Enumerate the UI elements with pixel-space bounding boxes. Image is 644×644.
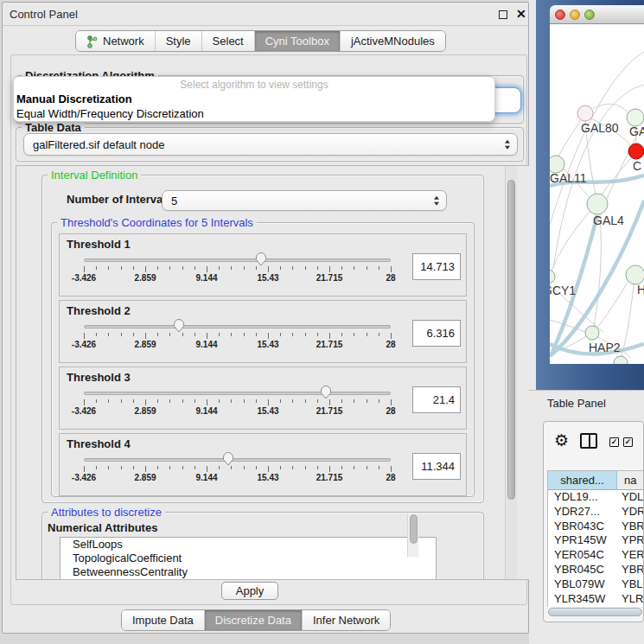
tab-infer-network-label: Infer Network	[313, 614, 379, 627]
slider-track[interactable]	[84, 325, 391, 328]
control-panel-tabbar: Network Style Select Cyni Toolbox jActiv…	[75, 30, 446, 52]
table-row[interactable]: YDR27...YDR2	[548, 505, 644, 520]
select-all-checkbox-icon[interactable]: ✓	[609, 437, 619, 447]
threshold-value-field[interactable]: 14.713	[412, 253, 461, 280]
slider-track[interactable]	[84, 258, 391, 262]
table-cell[interactable]: YBL0	[617, 577, 644, 592]
table-cell[interactable]: YBR045C	[548, 563, 617, 577]
popup-option-manual-discretization[interactable]: Manual Discretization	[16, 92, 132, 105]
table-cell[interactable]: YDL19...	[548, 490, 617, 505]
attribute-list-item[interactable]: TopologicalCoefficient	[61, 552, 436, 565]
table-row[interactable]: YLR345WYLR3	[548, 592, 644, 607]
slider-track[interactable]	[84, 458, 391, 462]
network-node[interactable]	[587, 194, 608, 214]
table-row[interactable]: YIL052CYIL0	[548, 606, 644, 607]
table-cell[interactable]: YDR2	[617, 505, 644, 520]
tab-cyni-toolbox-label: Cyni Toolbox	[265, 35, 329, 48]
slider-thumb[interactable]	[320, 385, 332, 399]
column-header-name[interactable]: na	[617, 471, 644, 489]
threshold-label: Threshold 3	[67, 371, 131, 384]
slider-track[interactable]	[84, 392, 391, 395]
network-node[interactable]	[585, 326, 599, 340]
table-data-combobox[interactable]: galFiltered.sif default node	[23, 133, 518, 156]
table-row[interactable]: YBL079WYBL0	[548, 577, 644, 592]
slider-tick-labels: -3.4262.8599.14415.4321.71528	[84, 273, 392, 284]
table-row[interactable]: YER054CYER0	[548, 548, 644, 563]
tab-network[interactable]: Network	[76, 31, 155, 51]
network-node[interactable]	[626, 265, 644, 284]
tab-jactivemnodules[interactable]: jActiveMNodules	[340, 31, 445, 51]
table-cell[interactable]: YER0	[617, 548, 644, 563]
table-horizontal-scrollbar[interactable]	[548, 608, 642, 616]
slider-thumb[interactable]	[222, 451, 234, 466]
network-node-label: GA	[629, 124, 644, 138]
attributes-list-scrollbar[interactable]	[407, 513, 418, 557]
tab-infer-network[interactable]: Infer Network	[302, 610, 390, 630]
slider-thumb[interactable]	[173, 318, 185, 333]
network-node[interactable]	[550, 270, 555, 284]
tab-discretize-data-label: Discretize Data	[215, 614, 291, 627]
numerical-attributes-list[interactable]: SelfLoopsTopologicalCoefficientBetweenne…	[60, 537, 437, 580]
close-traffic-light-icon[interactable]	[555, 10, 565, 20]
network-window-titlebar	[550, 5, 644, 24]
table-row[interactable]: YPR145WYPR1	[548, 533, 644, 548]
popup-hint-item[interactable]: Select algorithm to view settings	[14, 79, 494, 91]
table-cell[interactable]: YIL052C	[548, 606, 617, 607]
number-of-intervals-combobox[interactable]: 5	[162, 190, 447, 211]
table-cell[interactable]: YER054C	[548, 548, 617, 563]
tab-impute-data[interactable]: Impute Data	[122, 610, 204, 630]
table-cell[interactable]: YBR043C	[548, 520, 617, 534]
panel-scrollbar-thumb[interactable]	[507, 180, 515, 500]
tab-style[interactable]: Style	[155, 31, 201, 51]
numerical-attributes-label: Numerical Attributes	[48, 521, 157, 534]
tab-discretize-data[interactable]: Discretize Data	[204, 610, 302, 630]
network-canvas[interactable]: GAL80GACGAL11GAL4GCY1HHAP2	[550, 24, 644, 364]
panel-scrollbar[interactable]	[505, 166, 517, 579]
float-window-icon[interactable]	[499, 10, 507, 19]
threshold-panel: Threshold 1-3.4262.8599.14415.4321.71528…	[59, 233, 467, 296]
table-cell[interactable]: YLR3	[617, 592, 644, 607]
attributes-scrollbar-thumb[interactable]	[410, 514, 418, 544]
number-of-intervals-value: 5	[171, 194, 177, 207]
table-cell[interactable]: YLR345W	[548, 592, 617, 607]
slider-thumb[interactable]	[255, 252, 267, 266]
attribute-list-item[interactable]: BetweennessCentrality	[61, 565, 436, 579]
table-row[interactable]: YDL19...YDL1	[548, 490, 644, 505]
tab-select[interactable]: Select	[201, 31, 254, 51]
zoom-traffic-light-icon[interactable]	[584, 10, 595, 20]
popup-option-equal-width-frequency[interactable]: Equal Width/Frequency Discretization	[16, 107, 204, 120]
thresholds-group-label: Threshold's Coordinates for 5 Intervals	[57, 216, 257, 229]
unselect-all-checkbox-icon[interactable]: ✓	[623, 437, 633, 447]
tab-network-label: Network	[103, 35, 144, 48]
network-node[interactable]	[614, 356, 628, 364]
threshold-value-field[interactable]: 21.4	[412, 386, 461, 413]
table-cell[interactable]: YPR145W	[548, 533, 617, 548]
network-node[interactable]	[550, 156, 564, 173]
tab-cyni-toolbox[interactable]: Cyni Toolbox	[254, 31, 340, 51]
split-columns-icon[interactable]	[580, 433, 597, 449]
window-title: Control Panel	[10, 8, 78, 21]
table-data-value: galFiltered.sif default node	[33, 138, 164, 151]
table-cell[interactable]: YPR1	[617, 533, 644, 548]
column-header-shared-name[interactable]: shared...	[548, 471, 617, 489]
threshold-panel: Threshold 4-3.4262.8599.14415.4321.71528…	[59, 433, 467, 496]
apply-button[interactable]: Apply	[221, 582, 278, 600]
threshold-value-field[interactable]: 6.316	[412, 320, 461, 347]
table-cell[interactable]: YBR0	[617, 520, 644, 534]
table-cell[interactable]: YDR27...	[548, 505, 617, 520]
table-cell[interactable]: YBL079W	[548, 577, 617, 592]
attribute-list-item[interactable]: SelfLoops	[61, 538, 436, 552]
threshold-value-field[interactable]: 11.344	[412, 453, 461, 480]
table-row[interactable]: YBR045CYBR0	[548, 563, 644, 577]
network-node[interactable]	[577, 105, 593, 121]
combo-stepper-icon	[505, 140, 510, 150]
minimize-traffic-light-icon[interactable]	[570, 10, 580, 20]
close-icon[interactable]: ✕	[516, 7, 526, 21]
table-cell[interactable]: YBR0	[617, 563, 644, 577]
gear-icon[interactable]: ⚙	[554, 432, 569, 449]
network-node[interactable]	[628, 143, 644, 159]
table-cell[interactable]: YIL0	[617, 606, 644, 607]
network-node[interactable]	[627, 109, 644, 126]
table-cell[interactable]: YDL1	[617, 490, 644, 505]
table-row[interactable]: YBR043CYBR0	[548, 520, 644, 534]
